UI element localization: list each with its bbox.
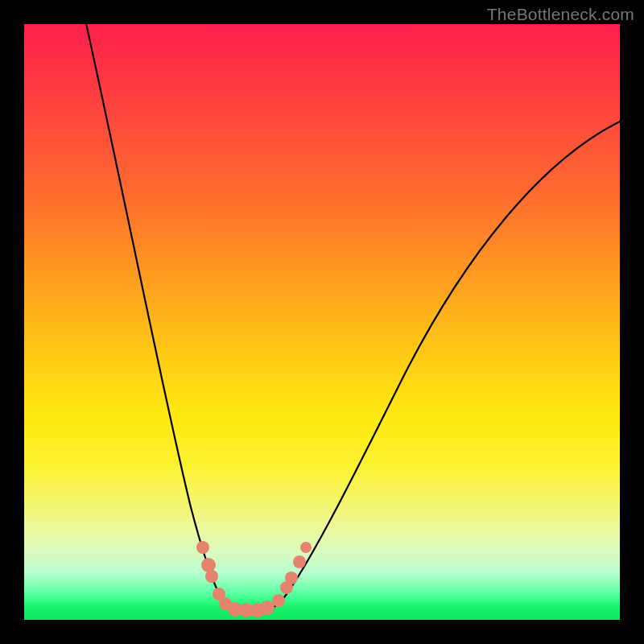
- left-curve: [85, 16, 235, 609]
- marker-dot: [285, 572, 298, 584]
- marker-dot: [260, 601, 275, 615]
- marker-dot: [272, 594, 285, 607]
- plot-area: [24, 24, 620, 620]
- curve-layer: [24, 24, 620, 620]
- marker-dot: [201, 558, 216, 572]
- marker-dot: [205, 570, 218, 583]
- marker-dot: [300, 542, 312, 553]
- right-curve: [264, 121, 621, 609]
- marker-dot: [293, 555, 306, 568]
- watermark-text: TheBottleneck.com: [487, 5, 634, 24]
- chart-frame: TheBottleneck.com: [0, 0, 644, 644]
- marker-dot: [196, 541, 209, 554]
